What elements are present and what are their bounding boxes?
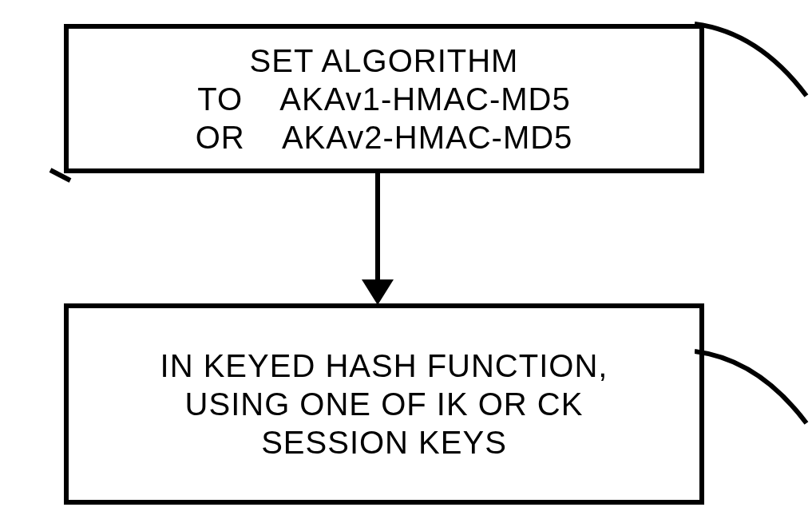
arrow-head-icon bbox=[362, 279, 394, 305]
hash-function-box: IN KEYED HASH FUNCTION, USING ONE OF IK … bbox=[64, 303, 704, 505]
arrow-shaft bbox=[375, 168, 380, 284]
box1-line2: TO AKAv1-HMAC-MD5 bbox=[197, 80, 571, 118]
connector-curve-top-icon bbox=[695, 16, 812, 104]
tick-mark-icon bbox=[46, 166, 78, 190]
box1-line1: SET ALGORITHM bbox=[250, 42, 519, 80]
algorithm-box: SET ALGORITHM TO AKAv1-HMAC-MD5 OR AKAv2… bbox=[64, 24, 704, 173]
box2-line3: SESSION KEYS bbox=[261, 423, 507, 462]
box1-line3: OR AKAv2-HMAC-MD5 bbox=[196, 118, 573, 157]
box2-line2: USING ONE OF IK OR CK bbox=[185, 385, 584, 423]
connector-curve-bottom-icon bbox=[695, 343, 812, 431]
box2-line1: IN KEYED HASH FUNCTION, bbox=[160, 347, 608, 385]
